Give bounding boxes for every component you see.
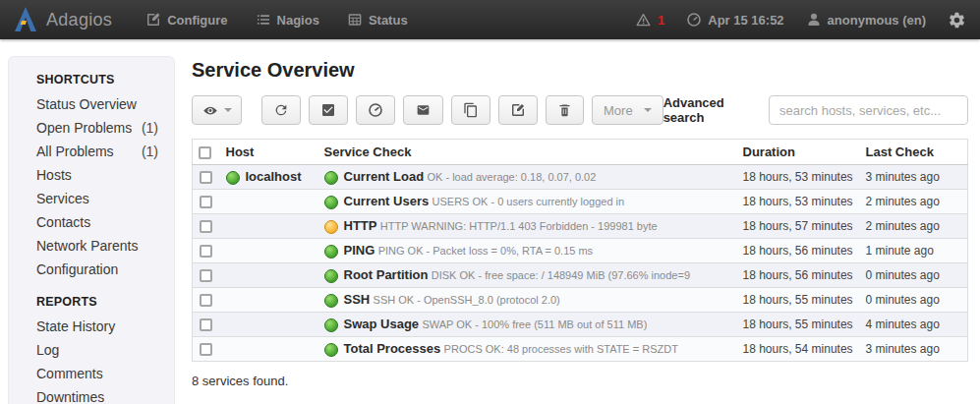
advanced-search-link[interactable]: Advanced search — [663, 95, 761, 125]
clock-icon — [686, 12, 702, 28]
brand-name: Adagios — [46, 10, 112, 30]
row-checkbox[interactable] — [200, 245, 212, 258]
service-detail: PROCS OK: 48 processes with STATE = RSZD… — [444, 343, 678, 355]
brand-home-link[interactable]: Adagios — [14, 7, 112, 32]
sidebar: SHORTCUTS Status Overview Open Problems(… — [8, 56, 175, 404]
table-row: SSH SSH OK - OpenSSH_8.0 (protocol 2.0) … — [193, 288, 968, 313]
adagios-logo-icon — [14, 7, 37, 32]
sidebar-item-contacts[interactable]: Contacts — [36, 210, 174, 234]
navbar-right: 1 Apr 15 16:52 anonymous (en) — [635, 11, 966, 29]
sidebar-item-status-overview[interactable]: Status Overview — [36, 92, 174, 116]
header-service: Service Check — [318, 140, 737, 165]
service-link[interactable]: Root Partition — [344, 267, 429, 282]
service-link[interactable]: Current Users — [344, 194, 430, 208]
table-row: PING PING OK - Packet loss = 0%, RTA = 0… — [193, 239, 968, 263]
last-check-cell: 4 minutes ago — [860, 313, 968, 337]
sidebar-item-hosts[interactable]: Hosts — [36, 163, 174, 187]
datetime-label: Apr 15 16:52 — [708, 13, 783, 28]
service-status-dot — [324, 171, 338, 185]
duration-cell: 18 hours, 53 minutes — [737, 165, 860, 190]
table-row: localhost Current Load OK - load average… — [193, 165, 968, 190]
sidebar-item-services[interactable]: Services — [36, 187, 174, 210]
service-link[interactable]: SSH — [344, 292, 371, 307]
clock-icon — [368, 102, 383, 118]
last-check-cell: 2 minutes ago — [860, 190, 968, 214]
service-status-dot — [324, 269, 338, 283]
service-link[interactable]: Current Load — [344, 169, 425, 184]
row-checkbox[interactable] — [200, 269, 212, 282]
clone-button[interactable] — [451, 95, 490, 125]
sidebar-item-comments[interactable]: Comments — [36, 362, 174, 385]
host-link[interactable]: localhost — [246, 169, 302, 184]
row-checkbox[interactable] — [200, 343, 212, 356]
warning-icon — [635, 12, 652, 28]
refresh-icon — [273, 102, 289, 118]
item-count-badge: (1) — [142, 120, 158, 136]
duration-cell: 18 hours, 57 minutes — [737, 214, 860, 239]
gear-icon — [948, 11, 966, 29]
sidebar-item-downtimes[interactable]: Downtimes — [36, 385, 174, 404]
nav-link-status[interactable]: Status — [347, 12, 408, 28]
row-checkbox[interactable] — [200, 220, 212, 233]
table-icon — [347, 12, 363, 28]
main-content: Service Overview — [192, 39, 968, 388]
chevron-down-icon — [644, 108, 652, 112]
service-status-dot — [324, 245, 338, 259]
header-duration: Duration — [737, 140, 860, 165]
nav-link-label: Nagios — [277, 13, 319, 28]
schedule-downtime-button[interactable] — [356, 95, 395, 125]
nav-link-configure[interactable]: Configure — [145, 12, 227, 28]
row-checkbox[interactable] — [200, 294, 212, 307]
select-all-checkbox[interactable] — [199, 146, 211, 159]
row-checkbox[interactable] — [200, 318, 212, 331]
header-host: Host — [220, 140, 318, 165]
alerts-indicator[interactable]: 1 — [635, 12, 664, 28]
row-checkbox[interactable] — [200, 171, 212, 184]
chevron-down-icon — [224, 108, 232, 112]
envelope-icon — [415, 103, 432, 117]
sidebar-item-state-history[interactable]: State History — [36, 315, 174, 338]
service-link[interactable]: Swap Usage — [344, 317, 420, 331]
nav-link-label: Configure — [167, 13, 227, 28]
table-row: Root Partition DISK OK - free space: / 1… — [193, 263, 968, 288]
acknowledge-button[interactable] — [309, 95, 348, 125]
send-notification-button[interactable] — [403, 95, 443, 125]
sidebar-item-configuration[interactable]: Configuration — [36, 258, 174, 281]
list-icon — [256, 12, 271, 28]
search-group: Advanced search — [663, 95, 968, 125]
sidebar-item-log[interactable]: Log — [36, 338, 174, 362]
delete-button[interactable] — [546, 95, 584, 125]
last-check-cell: 2 minutes ago — [860, 214, 968, 239]
service-link[interactable]: HTTP — [344, 218, 377, 233]
refresh-button[interactable] — [261, 95, 301, 125]
row-checkbox[interactable] — [200, 196, 212, 208]
datetime-menu[interactable]: Apr 15 16:52 — [686, 12, 783, 28]
service-link[interactable]: PING — [344, 243, 375, 258]
last-check-cell: 0 minutes ago — [860, 288, 968, 313]
edit-button[interactable] — [498, 95, 538, 125]
view-toggle-button[interactable] — [192, 95, 242, 125]
sidebar-item-open-problems[interactable]: Open Problems(1) — [36, 116, 174, 140]
service-status-dot — [324, 318, 338, 332]
duration-cell: 18 hours, 54 minutes — [737, 337, 860, 362]
sidebar-item-all-problems[interactable]: All Problems(1) — [36, 140, 174, 163]
eye-icon — [202, 103, 219, 118]
nav-link-nagios[interactable]: Nagios — [256, 12, 319, 28]
user-menu[interactable]: anonymous (en) — [806, 12, 926, 28]
toolbar: More Advanced search — [192, 95, 968, 125]
table-row: Swap Usage SWAP OK - 100% free (511 MB o… — [193, 313, 968, 337]
nav-link-label: Status — [369, 13, 408, 28]
user-label: anonymous (en) — [828, 13, 926, 28]
settings-button[interactable] — [948, 11, 966, 29]
adagios-app: Adagios Configure Nagios Status 1 — [0, 0, 980, 404]
service-detail: OK - load average: 0.18, 0.07, 0.02 — [427, 171, 596, 183]
service-link[interactable]: Total Processes — [344, 341, 441, 356]
more-button[interactable]: More — [592, 95, 663, 125]
last-check-cell: 3 minutes ago — [860, 165, 968, 190]
search-input[interactable] — [769, 95, 968, 125]
sidebar-section-shortcuts: SHORTCUTS — [36, 73, 174, 87]
table-row: Total Processes PROCS OK: 48 processes w… — [193, 337, 968, 362]
sidebar-item-network-parents[interactable]: Network Parents — [36, 234, 174, 258]
duration-cell: 18 hours, 56 minutes — [737, 239, 860, 263]
copy-icon — [463, 102, 479, 118]
